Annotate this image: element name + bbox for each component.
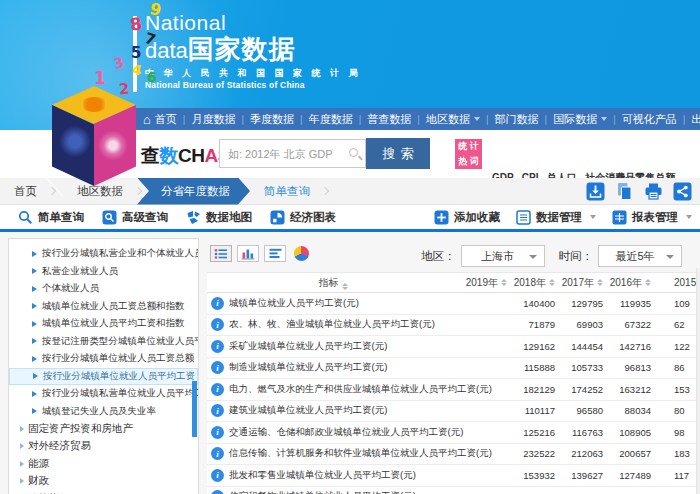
search-outline-icon xyxy=(18,210,33,225)
tree-arrow-icon xyxy=(32,303,37,309)
tree-arrow-icon xyxy=(20,461,24,467)
tree-arrow-icon xyxy=(32,408,37,414)
info-icon[interactable]: i xyxy=(211,383,224,396)
view-switcher xyxy=(210,245,309,262)
table-row: i交通运输、仓储和邮政业城镇单位就业人员平均工资(元) 125216 11676… xyxy=(207,422,700,444)
sidebar-item[interactable]: 按行业分城镇私营单位就业人员平均工资 xyxy=(9,385,198,403)
bar-chart-view-button[interactable] xyxy=(237,245,259,262)
pie-chart-view-button[interactable] xyxy=(294,246,309,261)
nav-item-monthly[interactable]: 月度数据 xyxy=(177,112,236,127)
download-icon[interactable] xyxy=(586,182,605,201)
table-view-button[interactable] xyxy=(210,245,232,262)
table-row: i电力、燃气及水的生产和供应业城镇单位就业人员平均工资(元) 182129 17… xyxy=(207,379,700,401)
query-toolbar: 简单查询 高级查询 数据地图 经济图表 添加收藏 数据管理 xyxy=(0,205,700,229)
info-icon[interactable]: i xyxy=(211,447,224,460)
region-select[interactable]: 上海市 xyxy=(461,245,545,267)
column-header-2016[interactable]: 2016年 xyxy=(603,276,651,290)
sidebar-item[interactable]: 城镇单位就业人员工资总额和指数 xyxy=(9,298,198,316)
data-management-menu[interactable]: 数据管理 xyxy=(516,210,596,225)
column-header-2017[interactable]: 2017年 xyxy=(555,276,603,290)
economic-charts-tool[interactable]: 经济图表 xyxy=(270,210,336,225)
print-icon[interactable] xyxy=(644,182,663,201)
bar-chart-icon xyxy=(241,248,255,260)
table-row: i批发和零售业城镇单位就业人员平均工资(元) 153932 139627 127… xyxy=(207,465,700,487)
nav-item-international[interactable]: 国际数据 xyxy=(539,112,608,127)
search-input[interactable] xyxy=(220,140,365,167)
info-icon[interactable]: i xyxy=(211,297,224,310)
info-icon[interactable]: i xyxy=(211,490,224,494)
nav-item-visualization[interactable]: 可视化产品 xyxy=(607,112,677,127)
region-label: 地区： xyxy=(421,249,456,264)
copy-icon[interactable] xyxy=(615,182,634,201)
chevron-down-icon xyxy=(529,255,537,259)
nav-item-census[interactable]: 普查数据 xyxy=(353,112,412,127)
nav-item-publications[interactable]: 出版物 xyxy=(677,112,700,127)
sidebar-category[interactable]: 财政 xyxy=(9,473,198,491)
home-icon: ⌂ xyxy=(143,113,151,126)
data-map-tool[interactable]: 数据地图 xyxy=(186,210,252,225)
time-select[interactable]: 最近5年 xyxy=(598,245,682,267)
add-favorite-button[interactable]: 添加收藏 xyxy=(434,210,500,225)
search-button[interactable]: 搜索 xyxy=(366,138,430,169)
sidebar-item[interactable]: 城镇登记失业人员及失业率 xyxy=(9,403,198,421)
time-label: 时间： xyxy=(559,249,594,264)
info-icon[interactable]: i xyxy=(211,318,224,331)
table-row: i采矿业城镇单位就业人员平均工资(元) 129162 144454 142716… xyxy=(207,336,700,358)
table-header: 指标 2019年 2018年 2017年 2016年 2015年 xyxy=(207,272,700,293)
chart-icon xyxy=(270,210,285,225)
page: National data国家数据 中 华 人 民 共 和 国 国 家 统 计 … xyxy=(0,0,700,494)
sidebar-scrollbar-thumb[interactable] xyxy=(192,381,197,437)
plus-icon xyxy=(434,210,449,225)
info-icon[interactable]: i xyxy=(211,361,224,374)
sidebar-item[interactable]: 个体就业人员 xyxy=(9,280,198,298)
nav-item-annual[interactable]: 年度数据 xyxy=(294,112,353,127)
tree-arrow-icon xyxy=(20,443,24,449)
sidebar-item[interactable]: 按行业分城镇单位就业人员工资总额 xyxy=(9,350,198,368)
sidebar-category[interactable]: 价格指数 xyxy=(9,490,198,494)
content-area: 按行业分城镇私营企业和个体就业人员 私营企业就业人员 个体就业人员 城镇单位就业… xyxy=(0,232,700,494)
chevron-right-icon xyxy=(321,187,329,195)
simple-query-tool[interactable]: 简单查询 xyxy=(18,210,84,225)
column-header-2018[interactable]: 2018年 xyxy=(507,276,555,290)
nav-item-quarterly[interactable]: 季度数据 xyxy=(235,112,294,127)
sidebar-item[interactable]: 私营企业就业人员 xyxy=(9,263,198,281)
sidebar-item[interactable]: 城镇单位就业人员平均工资和指数 xyxy=(9,315,198,333)
report-management-icon xyxy=(612,210,627,225)
page-action-icons xyxy=(586,182,692,201)
filter-bar: 地区： 上海市 时间： 最近5年 xyxy=(421,245,682,267)
sidebar-category[interactable]: 对外经济贸易 xyxy=(9,438,198,456)
indicator-tree-sidebar: 按行业分城镇私营企业和个体就业人员 私营企业就业人员 个体就业人员 城镇单位就业… xyxy=(8,238,199,494)
tree-arrow-icon xyxy=(20,478,24,484)
sidebar-category[interactable]: 能源 xyxy=(9,455,198,473)
logo-cube-art xyxy=(52,86,136,186)
sidebar-item[interactable]: 按登记注册类型分城镇单位就业人员平均工资 xyxy=(9,333,198,351)
tree-arrow-icon xyxy=(20,426,24,432)
nav-item-departmental[interactable]: 部门数据 xyxy=(480,112,539,127)
breadcrumb-simple-query[interactable]: 简单查询 xyxy=(260,184,314,199)
tree-arrow-icon xyxy=(33,373,38,379)
toolbar-right: 添加收藏 数据管理 报表管理 xyxy=(418,210,700,225)
column-header-2019[interactable]: 2019年 xyxy=(459,276,507,290)
sidebar-item[interactable]: 按行业分城镇私营企业和个体就业人员 xyxy=(9,245,198,263)
column-header-indicator[interactable]: 指标 xyxy=(207,276,459,290)
sidebar-category[interactable]: 固定资产投资和房地产 xyxy=(9,420,198,438)
sidebar-item-selected[interactable]: 按行业分城镇单位就业人员平均工资 xyxy=(9,368,198,386)
data-table: 指标 2019年 2018年 2017年 2016年 2015年 i城镇单位就业… xyxy=(207,272,700,494)
nav-item-home[interactable]: ⌂首页 xyxy=(143,112,177,127)
share-icon[interactable] xyxy=(673,182,692,201)
table-row: i住宿和餐饮业城镇单位就业人员平均工资(元) 57848 60153 56933… xyxy=(207,487,700,494)
report-management-menu[interactable]: 报表管理 xyxy=(612,210,692,225)
info-icon[interactable]: i xyxy=(211,340,224,353)
column-header-2015[interactable]: 2015年 xyxy=(651,276,700,290)
nav-item-regional[interactable]: 地区数据 xyxy=(411,112,480,127)
breadcrumb-active-tab[interactable]: 分省年度数据 xyxy=(137,178,250,205)
breadcrumb-home[interactable]: 首页 xyxy=(10,184,41,199)
info-icon[interactable]: i xyxy=(211,426,224,439)
h-bar-view-button[interactable] xyxy=(264,245,286,262)
main-scrollbar-track[interactable] xyxy=(696,268,700,494)
advanced-query-tool[interactable]: 高级查询 xyxy=(102,210,168,225)
search-filled-icon xyxy=(102,210,117,225)
info-icon[interactable]: i xyxy=(211,404,224,417)
tree-arrow-icon xyxy=(32,321,37,327)
info-icon[interactable]: i xyxy=(211,469,224,482)
